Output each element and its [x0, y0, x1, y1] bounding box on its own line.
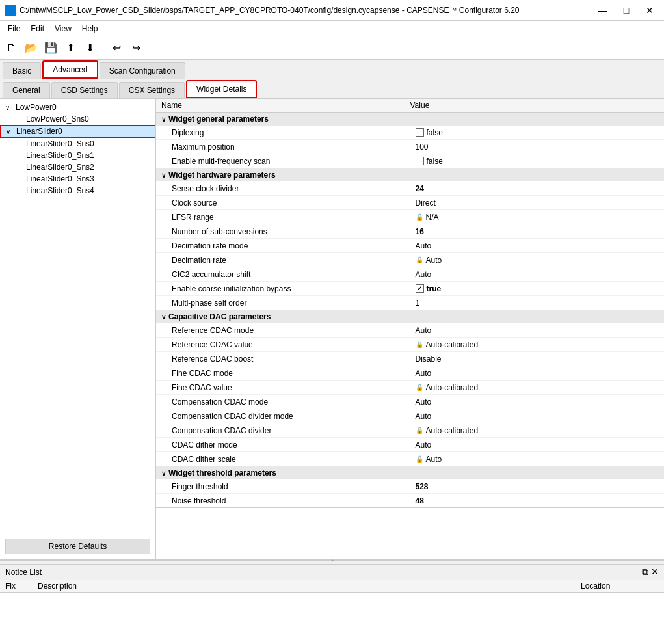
tab-scan-config[interactable]: Scan Configuration [100, 62, 185, 79]
titlebar-left: C:/mtw/MSCLP_Low_Power_CSD_Slider/bsps/T… [5, 5, 520, 16]
prop-value-diplexing: false [416, 128, 659, 137]
notice-controls: ⧉ ✕ [642, 567, 659, 578]
tree-arrow-linearslider0: ∨ [6, 128, 14, 135]
toolbar-open[interactable]: 📂 [22, 39, 40, 57]
notice-close-button[interactable]: ✕ [651, 567, 659, 578]
lock-icon-fine-cdac-val: 🔒 [416, 384, 423, 391]
prop-name-max-position: Maximum position [172, 142, 416, 152]
toolbar-sep [103, 40, 103, 56]
toolbar-redo[interactable]: ↪ [127, 39, 145, 57]
restore-defaults-button[interactable]: Restore Defaults [5, 539, 150, 554]
prop-comp-cdac-div-mode[interactable]: Compensation CDAC divider mode Auto [156, 409, 664, 423]
tree-item-linearslider0-sns1[interactable]: LinearSlider0_Sns1 [0, 150, 155, 161]
section-arrow-threshold: ∨ [161, 470, 166, 477]
prop-value-cdac-dither-scale: 🔒 Auto [416, 455, 659, 464]
prop-cdac-dither-scale[interactable]: CDAC dither scale 🔒 Auto [156, 452, 664, 466]
prop-name-cdac-dither-mode: CDAC dither mode [172, 440, 416, 449]
tab-general[interactable]: General [3, 82, 50, 98]
prop-value-cic2: Auto [416, 270, 659, 279]
titlebar-controls: — □ ✕ [594, 1, 659, 20]
prop-value-lfsr: 🔒 N/A [416, 213, 659, 222]
prop-header-value: Value [410, 101, 659, 110]
close-button[interactable]: ✕ [641, 1, 659, 20]
toolbar-save[interactable]: 💾 [42, 39, 60, 57]
prop-noise-threshold[interactable]: Noise threshold 48 [156, 494, 664, 507]
prop-clock-source[interactable]: Clock source Direct [156, 196, 664, 210]
prop-dec-rate-mode[interactable]: Decimation rate mode Auto [156, 239, 664, 253]
menu-view[interactable]: View [49, 23, 77, 34]
prop-sub-conversions[interactable]: Number of sub-conversions 16 [156, 224, 664, 239]
tree-item-linearslider0-sns4[interactable]: LinearSlider0_Sns4 [0, 185, 155, 196]
prop-ref-cdac-mode[interactable]: Reference CDAC mode Auto [156, 323, 664, 338]
prop-ref-cdac-boost[interactable]: Reference CDAC boost Disable [156, 352, 664, 366]
prop-value-sense-clock-div: 24 [416, 184, 659, 193]
menu-help[interactable]: Help [77, 23, 103, 34]
prop-coarse-init-bypass[interactable]: Enable coarse initialization bypass ✓ tr… [156, 282, 664, 296]
lock-icon-lfsr: 🔒 [416, 213, 423, 221]
prop-comp-cdac-div[interactable]: Compensation CDAC divider 🔒 Auto-calibra… [156, 423, 664, 438]
tab-csd-settings[interactable]: CSD Settings [51, 82, 118, 98]
prop-name-cdac-dither-scale: CDAC dither scale [172, 455, 416, 464]
toolbar-new[interactable]: 🗋 [3, 39, 21, 57]
tab-basic[interactable]: Basic [3, 62, 41, 79]
prop-name-ref-cdac-value: Reference CDAC value [172, 340, 416, 349]
menu-file[interactable]: File [3, 23, 25, 34]
tree-label-linearslider0: LinearSlider0 [16, 127, 62, 136]
widget-tree: ∨ LowPower0 LowPower0_Sns0 ∨ LinearSlide… [0, 99, 155, 319]
tree-item-lowpower0[interactable]: ∨ LowPower0 [0, 101, 155, 113]
checkbox-coarse-init[interactable]: ✓ [416, 284, 424, 293]
toolbar-undo[interactable]: ↩ [107, 39, 126, 57]
prop-fine-cdac-mode[interactable]: Fine CDAC mode Auto [156, 366, 664, 381]
tab-advanced[interactable]: Advanced [42, 60, 98, 79]
tree-label-lowpower0-sns0: LowPower0_Sns0 [26, 114, 89, 124]
prop-name-fine-cdac-mode: Fine CDAC mode [172, 369, 416, 378]
menu-edit[interactable]: Edit [25, 23, 49, 34]
notice-float-button[interactable]: ⧉ [642, 567, 648, 578]
tree-item-linearslider0-sns2[interactable]: LinearSlider0_Sns2 [0, 161, 155, 173]
prop-diplexing[interactable]: Diplexing false [156, 126, 664, 140]
maximize-button[interactable]: □ [617, 1, 635, 20]
prop-finger-threshold[interactable]: Finger threshold 528 [156, 479, 664, 494]
prop-cdac-dither-mode[interactable]: CDAC dither mode Auto [156, 438, 664, 452]
prop-value-ref-cdac-boost: Disable [416, 355, 659, 364]
prop-ref-cdac-value[interactable]: Reference CDAC value 🔒 Auto-calibrated [156, 338, 664, 352]
prop-fine-cdac-value[interactable]: Fine CDAC value 🔒 Auto-calibrated [156, 381, 664, 395]
toolbar-import[interactable]: ⬇ [81, 39, 99, 57]
tab-widget-details[interactable]: Widget Details [186, 80, 257, 98]
toolbar: 🗋 📂 💾 ⬆ ⬇ ↩ ↪ [0, 36, 664, 60]
prop-sense-clock-div[interactable]: Sense clock divider 24 [156, 181, 664, 196]
checkbox-diplexing[interactable] [416, 128, 424, 137]
menubar: File Edit View Help [0, 21, 664, 36]
minimize-button[interactable]: — [594, 1, 612, 20]
app-icon [5, 5, 16, 16]
prop-name-sense-clock-div: Sense clock divider [172, 184, 416, 193]
tree-arrow-lowpower0: ∨ [5, 104, 13, 111]
notice-col-location: Location [581, 582, 659, 591]
outer-tabbar: Basic Advanced Scan Configuration [0, 60, 664, 79]
prop-header-name: Name [161, 101, 410, 110]
tree-label-sns3: LinearSlider0_Sns3 [26, 174, 94, 183]
prop-multi-phase-order[interactable]: Multi-phase self order 1 [156, 296, 664, 310]
notice-col-description: Description [38, 582, 581, 591]
tree-item-linearslider0[interactable]: ∨ LinearSlider0 [0, 125, 155, 138]
lock-icon-ref-cdac-val: 🔒 [416, 341, 423, 348]
property-grid: Name Value ∨ Widget general parameters D… [156, 99, 664, 507]
tab-csx-settings[interactable]: CSX Settings [119, 82, 185, 98]
prop-multi-freq-scan[interactable]: Enable multi-frequency scan false [156, 154, 664, 168]
prop-max-position[interactable]: Maximum position 100 [156, 140, 664, 154]
tree-item-linearslider0-sns3[interactable]: LinearSlider0_Sns3 [0, 173, 155, 185]
section-cdac[interactable]: ∨ Capacitive DAC parameters [156, 310, 664, 323]
prop-comp-cdac-mode[interactable]: Compensation CDAC mode Auto [156, 395, 664, 409]
left-panel: ∨ LowPower0 LowPower0_Sns0 ∨ LinearSlide… [0, 99, 156, 559]
tree-item-lowpower0-sns0[interactable]: LowPower0_Sns0 [0, 113, 155, 125]
prop-name-comp-cdac-div: Compensation CDAC divider [172, 426, 416, 435]
tree-item-linearslider0-sns0[interactable]: LinearSlider0_Sns0 [0, 138, 155, 150]
section-widget-hardware[interactable]: ∨ Widget hardware parameters [156, 168, 664, 181]
prop-lfsr-range[interactable]: LFSR range 🔒 N/A [156, 210, 664, 224]
prop-cic2-acc-shift[interactable]: CIC2 accumulator shift Auto [156, 267, 664, 282]
prop-dec-rate[interactable]: Decimation rate 🔒 Auto [156, 253, 664, 267]
section-threshold[interactable]: ∨ Widget threshold parameters [156, 466, 664, 479]
section-widget-general[interactable]: ∨ Widget general parameters [156, 113, 664, 126]
toolbar-export[interactable]: ⬆ [61, 39, 79, 57]
checkbox-multi-freq[interactable] [416, 157, 424, 165]
